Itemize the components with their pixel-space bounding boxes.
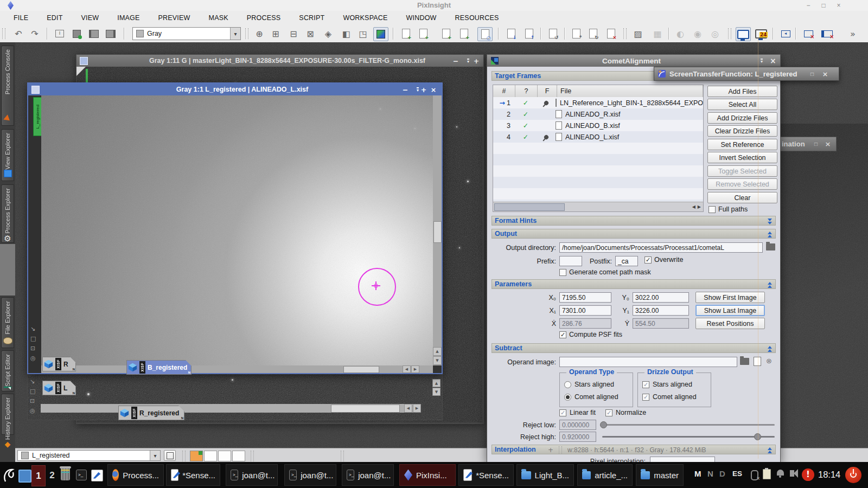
enabled-check-icon[interactable]: ✓ xyxy=(523,121,528,130)
zoom-out-icon[interactable] xyxy=(304,27,317,40)
remove-mask-icon[interactable] xyxy=(651,27,664,40)
save-image-icon[interactable]: ↓ xyxy=(505,27,518,40)
show-last-image-button[interactable]: Show Last Image xyxy=(695,305,765,316)
show-mask-icon[interactable] xyxy=(631,27,644,40)
task-editor-1[interactable]: *Sense... xyxy=(166,464,220,486)
color-depth-24-icon[interactable]: 24 xyxy=(754,27,768,40)
scroll-left-icon[interactable] xyxy=(692,204,695,209)
x0-input[interactable]: 7195.50 xyxy=(559,292,611,303)
browse-image-icon[interactable]: ○ xyxy=(477,27,493,41)
add-drizzle-files-button[interactable]: Add Drizzle Files xyxy=(707,112,777,124)
scroll-up-button[interactable] xyxy=(432,379,441,387)
set-reference-button[interactable]: Set Reference xyxy=(707,139,777,150)
fit-view-icon[interactable] xyxy=(30,335,36,342)
trash-icon[interactable] xyxy=(61,468,70,480)
footer-drag-handle[interactable] xyxy=(182,451,186,461)
center-image-icon[interactable] xyxy=(253,27,266,40)
icon-tab-b-registered[interactable]: XISF B_registered N xyxy=(126,360,192,375)
taskbar-clock[interactable]: 18:14 xyxy=(818,470,840,480)
tray-indicator-m[interactable]: M xyxy=(694,469,701,478)
image-canvas-comet[interactable] xyxy=(41,95,433,365)
sidebar-tab-process-explorer[interactable]: Process Explorer ⚙ xyxy=(1,184,14,243)
menu-resources[interactable]: RESOURCES xyxy=(446,14,508,22)
close-icon[interactable] xyxy=(821,70,829,78)
scrollbar-thumb[interactable] xyxy=(433,221,442,243)
redo-icon[interactable] xyxy=(28,27,41,40)
table-row[interactable]: →1 ✓ LN_Reference_Light_BIN-1_8288x5644_… xyxy=(493,97,703,108)
minimize-icon[interactable] xyxy=(452,57,459,65)
menu-mask[interactable]: MASK xyxy=(200,14,238,22)
full-paths-option[interactable]: Full paths xyxy=(709,206,748,213)
workspace-thumbnail[interactable] xyxy=(218,451,231,461)
comet-aligned-option[interactable]: Comet aligned xyxy=(564,393,618,401)
task-terminal-3[interactable]: >_ joan@t... xyxy=(342,464,394,486)
drizzle-stars-option[interactable]: Stars aligned xyxy=(642,381,692,388)
scrollbar-thumb[interactable] xyxy=(494,203,565,211)
toolbar-drag-handle[interactable] xyxy=(2,28,5,39)
new-window-icon[interactable] xyxy=(70,27,83,40)
clear-drizzle-files-button[interactable]: Clear Drizzle Files xyxy=(707,125,777,137)
toolbar-drag-handle[interactable] xyxy=(245,28,248,39)
app-maximize-button[interactable]: □ xyxy=(819,2,828,9)
current-view-selector[interactable]: L_registered xyxy=(17,450,161,461)
dialog-titlebar[interactable]: CometAlignment xyxy=(487,55,780,67)
menu-edit[interactable]: EDIT xyxy=(37,14,72,22)
horizontal-scrollbar[interactable] xyxy=(41,404,419,413)
zoom-icon[interactable] xyxy=(473,57,480,65)
task-editor-2[interactable]: *Sense... xyxy=(458,464,514,486)
sidebar-tab-file-explorer[interactable]: File Explorer xyxy=(1,297,14,348)
drizzle-comet-option[interactable]: Comet aligned xyxy=(642,393,697,401)
linear-fit-checkbox[interactable] xyxy=(559,409,566,416)
scroll-left-button[interactable] xyxy=(404,404,412,413)
section-format-hints[interactable]: Format Hints xyxy=(492,216,776,226)
scrollbar-thumb[interactable] xyxy=(331,404,400,413)
zoom-icon[interactable] xyxy=(420,86,427,94)
task-folder-article[interactable]: article_... xyxy=(577,464,633,486)
menu-process[interactable]: PROCESS xyxy=(238,14,290,22)
horizontal-scrollbar[interactable] xyxy=(41,365,433,373)
editor-launcher-icon[interactable] xyxy=(91,470,103,481)
workspace-thumbnail[interactable] xyxy=(204,451,217,461)
scroll-up-button[interactable] xyxy=(433,347,442,356)
table-row[interactable]: 2 ✓ ALINEADO_R.xisf xyxy=(493,108,703,120)
revert-image-icon[interactable]: ↺ xyxy=(546,27,559,40)
x1-input[interactable]: 7301.00 xyxy=(559,305,611,316)
scroll-down-button[interactable] xyxy=(433,356,442,365)
drizzle-stars-checkbox[interactable] xyxy=(642,381,649,388)
comet-alignment-dialog[interactable]: CometAlignment Target Frames # ? F File … xyxy=(487,54,781,463)
operand-image-input[interactable] xyxy=(559,357,737,367)
clear-operand-icon[interactable]: ⊗ xyxy=(766,357,772,365)
view-tab-l-registered[interactable]: L_registered xyxy=(33,97,42,136)
task-folder-light[interactable]: Light_B... xyxy=(516,464,574,486)
close-icon[interactable] xyxy=(769,56,777,65)
load-image-icon[interactable]: ↑ xyxy=(522,27,535,40)
add-files-button[interactable]: Add Files xyxy=(707,86,777,97)
expand-icon[interactable] xyxy=(768,218,772,225)
compute-psf-option[interactable]: Compute PSF fits xyxy=(559,331,622,338)
app-close-button[interactable]: × xyxy=(834,2,843,9)
task-terminal-1[interactable]: >_ joan@t... xyxy=(226,464,278,486)
prefix-input[interactable] xyxy=(559,256,582,266)
footer-drag-handle[interactable] xyxy=(341,451,344,461)
terminal-launcher-icon[interactable]: >_ xyxy=(76,470,87,480)
scroll-right-button[interactable] xyxy=(413,404,421,413)
tray-indicator-n[interactable]: N xyxy=(707,469,713,478)
duplicate-image-icon[interactable]: + xyxy=(417,27,430,40)
hidden-window-titlebar[interactable]: ination □ xyxy=(780,137,837,151)
menu-preview[interactable]: PREVIEW xyxy=(149,14,200,22)
sidebar-tab-script-editor[interactable]: Script Editor xyxy=(1,350,14,391)
comet-path-mask-option[interactable]: Generate comet path mask xyxy=(559,268,651,276)
sidebar-tab-view-explorer[interactable]: View Explorer xyxy=(1,129,14,181)
tray-keyboard-layout[interactable]: ES xyxy=(732,470,742,478)
vertical-scrollbar[interactable] xyxy=(433,95,442,365)
table-row[interactable]: 4 ✓ ALINEADO_L.xisf xyxy=(493,131,703,143)
new-operand-icon[interactable] xyxy=(754,357,761,366)
compute-psf-checkbox[interactable] xyxy=(559,331,566,338)
fit-view-icon[interactable] xyxy=(30,388,35,395)
stars-aligned-radio[interactable] xyxy=(564,381,571,388)
stars-aligned-option[interactable]: Stars aligned xyxy=(564,381,614,388)
workspace-thumbnail[interactable] xyxy=(232,451,245,461)
close-icon[interactable] xyxy=(430,86,437,94)
drizzle-comet-checkbox[interactable] xyxy=(642,394,649,401)
image-window-strip[interactable] xyxy=(27,373,443,420)
